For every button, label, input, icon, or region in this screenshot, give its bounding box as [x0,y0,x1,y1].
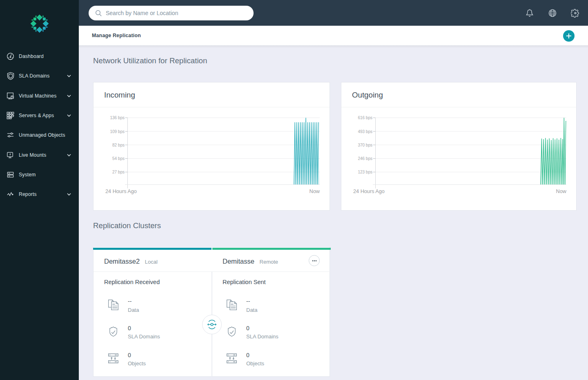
svg-text:24 Hours Ago: 24 Hours Ago [105,189,137,194]
svg-text:123 bps: 123 bps [358,170,372,174]
svg-text:Now: Now [556,189,567,194]
svg-text:246 bps: 246 bps [358,156,372,161]
svg-text:82 bps: 82 bps [112,143,125,147]
svg-text:54 bps: 54 bps [112,156,125,161]
svg-text:109 bps: 109 bps [110,129,125,134]
svg-text:493 bps: 493 bps [358,129,372,134]
svg-text:Now: Now [310,189,320,194]
svg-text:616 bps: 616 bps [358,116,372,120]
svg-text:24 Hours Ago: 24 Hours Ago [353,189,385,194]
svg-text:27 bps: 27 bps [112,170,125,174]
svg-text:370 bps: 370 bps [358,143,372,147]
svg-text:136 bps: 136 bps [110,116,125,120]
